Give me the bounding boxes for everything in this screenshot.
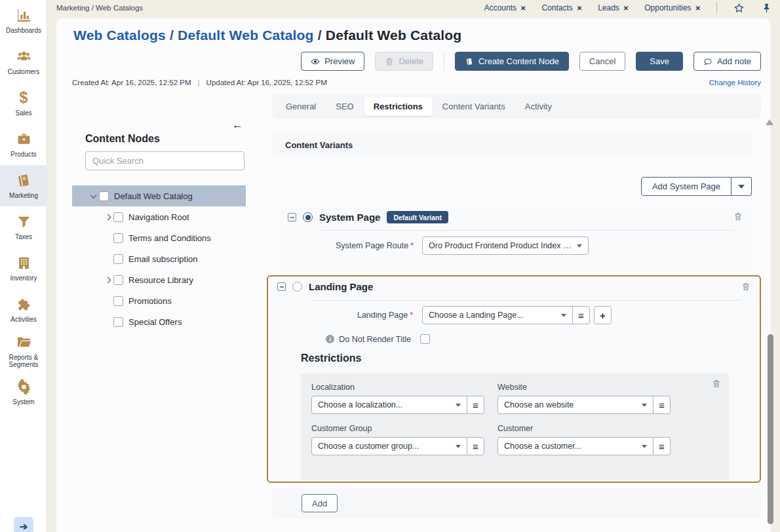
collapse-section-icon[interactable]: [288, 213, 296, 221]
sidebar-item-system[interactable]: System: [0, 371, 47, 413]
customer-label: Customer: [497, 424, 671, 433]
add-system-page-split-button: Add System Page: [641, 177, 752, 196]
updated-at: Updated At: Apr 16, 2025, 12:52 PM: [206, 79, 327, 86]
sidebar-item-taxes[interactable]: Taxes: [0, 206, 47, 248]
record-meta: Created At: Apr 16, 2025, 12:52 PM | Upd…: [72, 79, 327, 86]
close-icon[interactable]: ✕: [695, 5, 701, 12]
pinned-item-leads[interactable]: Leads ✕: [598, 3, 629, 12]
tab-content-variants[interactable]: Content Variants: [433, 97, 515, 116]
sidebar-item-reports-segments[interactable]: Reports & Segments: [0, 330, 47, 371]
tab-seo[interactable]: SEO: [326, 97, 363, 116]
main-content: Web Catalogs / Default Web Catalog / Def…: [56, 18, 771, 532]
delete-button[interactable]: Delete: [375, 52, 433, 71]
tree-checkbox[interactable]: [113, 212, 123, 222]
tab-activity[interactable]: Activity: [515, 97, 562, 116]
landing-page-select[interactable]: Choose a Landing Page...: [422, 306, 573, 324]
delete-variant-icon[interactable]: [741, 282, 751, 294]
pinned-item-opportunities[interactable]: Opportunities ✕: [644, 3, 701, 12]
tree-checkbox[interactable]: [113, 233, 123, 243]
hamburger-icon: ≡: [473, 400, 478, 411]
title-link-web-catalogs[interactable]: Web Catalogs: [73, 28, 166, 43]
sidebar-item-marketing[interactable]: Marketing: [0, 165, 47, 206]
sidebar-item-dashboards[interactable]: Dashboards: [0, 0, 47, 41]
default-variant-radio[interactable]: [292, 282, 302, 292]
pinned-item-contacts[interactable]: Contacts ✕: [541, 3, 582, 12]
sidebar-item-customers[interactable]: Customers: [0, 41, 47, 83]
info-icon[interactable]: i: [326, 335, 334, 343]
quick-search-input[interactable]: [85, 151, 244, 170]
content-nodes-title: Content Nodes: [85, 133, 160, 145]
scroll-up-arrow[interactable]: [766, 119, 773, 125]
save-button[interactable]: Save: [636, 52, 683, 71]
customer-select[interactable]: Choose a customer...: [497, 437, 653, 455]
tree-checkbox[interactable]: [99, 191, 109, 201]
tree-checkbox[interactable]: [113, 317, 123, 327]
tree-checkbox[interactable]: [113, 275, 123, 285]
chevron-down-icon[interactable]: [90, 192, 97, 199]
tree-item-promotions[interactable]: Promotions: [72, 290, 246, 311]
tree-item-terms-and-conditions[interactable]: Terms and Conditions: [72, 227, 246, 248]
entity-grid-icon-button[interactable]: ≡: [467, 437, 484, 455]
sidebar-expand-button[interactable]: ➔: [14, 517, 33, 532]
title-separator: /: [170, 28, 174, 43]
tab-restrictions[interactable]: Restrictions: [364, 97, 433, 116]
gear-icon: [15, 378, 32, 395]
create-content-node-button[interactable]: Create Content Node: [455, 52, 569, 71]
sidebar-item-sales[interactable]: $ Sales: [0, 83, 47, 124]
chevron-right-icon[interactable]: [105, 276, 111, 283]
add-restriction-strip: Add: [272, 488, 761, 518]
scrollbar-thumb[interactable]: [768, 334, 773, 524]
customer-group-select[interactable]: Choose a customer group...: [311, 437, 467, 455]
panel-title: Content Variants: [285, 140, 353, 150]
pin-icon[interactable]: [760, 2, 772, 14]
close-icon[interactable]: ✕: [577, 5, 582, 12]
pinned-item-accounts[interactable]: Accounts ✕: [484, 3, 526, 12]
breadcrumb[interactable]: Marketing / Web Catalogs: [56, 4, 143, 12]
sidebar-item-products[interactable]: Products: [0, 124, 47, 165]
cancel-button[interactable]: Cancel: [579, 52, 625, 71]
add-note-button[interactable]: Add note: [693, 52, 761, 71]
collapse-section-icon[interactable]: [277, 282, 286, 291]
add-system-page-button[interactable]: Add System Page: [641, 177, 731, 196]
chevron-right-icon[interactable]: [105, 214, 111, 220]
default-variant-radio[interactable]: [303, 212, 313, 222]
close-icon[interactable]: ✕: [520, 5, 526, 12]
building-icon: [15, 254, 32, 271]
tree-item-default-web-catalog[interactable]: Default Web Catalog: [72, 185, 246, 206]
entity-grid-icon-button[interactable]: ≡: [653, 437, 671, 455]
title-link-default-web-catalog[interactable]: Default Web Catalog: [178, 28, 314, 43]
change-history-link[interactable]: Change History: [709, 79, 761, 86]
preview-button[interactable]: Preview: [301, 52, 364, 71]
create-new-entity-button[interactable]: +: [594, 306, 612, 324]
page-title: Web Catalogs / Default Web Catalog / Def…: [73, 28, 461, 43]
plus-icon: +: [600, 310, 606, 321]
add-system-page-dropdown-toggle[interactable]: [731, 177, 752, 196]
star-icon[interactable]: [733, 2, 745, 14]
tree-item-email-subscription[interactable]: Email subscription: [72, 248, 246, 269]
eye-icon: [311, 57, 320, 66]
entity-grid-icon-button[interactable]: ≡: [467, 396, 484, 414]
tree-item-navigation-root[interactable]: Navigation Root: [72, 206, 246, 227]
add-restriction-button[interactable]: Add: [302, 494, 338, 512]
sidebar-item-activities[interactable]: Activities: [0, 289, 47, 330]
tree-item-resource-library[interactable]: Resource Library: [72, 269, 246, 290]
tab-general[interactable]: General: [276, 97, 326, 116]
website-select[interactable]: Choose an website: [497, 396, 653, 414]
caret-down-icon: [738, 185, 745, 189]
delete-restriction-icon[interactable]: [712, 379, 721, 391]
main-nav-sidebar: Dashboards Customers $ Sales Products Ma…: [0, 0, 47, 532]
do-not-render-title-checkbox[interactable]: [420, 334, 430, 344]
tree-item-special-offers[interactable]: Special Offers: [72, 311, 246, 332]
sidebar-item-inventory[interactable]: Inventory: [0, 248, 47, 289]
localization-select[interactable]: Choose a localization...: [311, 396, 467, 414]
entity-grid-icon-button[interactable]: ≡: [653, 396, 671, 414]
close-icon[interactable]: ✕: [623, 5, 629, 12]
tree-checkbox[interactable]: [113, 254, 123, 264]
system-page-route-select[interactable]: Oro Product Frontend Product Index (...: [422, 237, 589, 255]
entity-grid-icon-button[interactable]: ≡: [572, 306, 590, 324]
pinned-tabs: Accounts ✕ Contacts ✕ Leads ✕ Opportunit…: [484, 2, 772, 14]
tree-checkbox[interactable]: [113, 296, 123, 306]
puzzle-icon: [15, 295, 32, 313]
delete-variant-icon[interactable]: [733, 212, 743, 224]
collapse-pane-icon[interactable]: ←: [232, 119, 243, 132]
